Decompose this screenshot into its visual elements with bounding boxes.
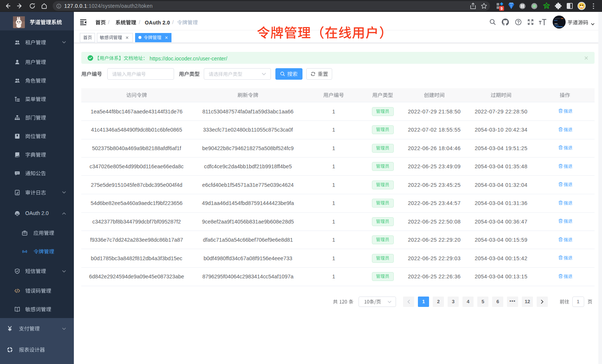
svg-text:9: 9: [501, 7, 503, 11]
